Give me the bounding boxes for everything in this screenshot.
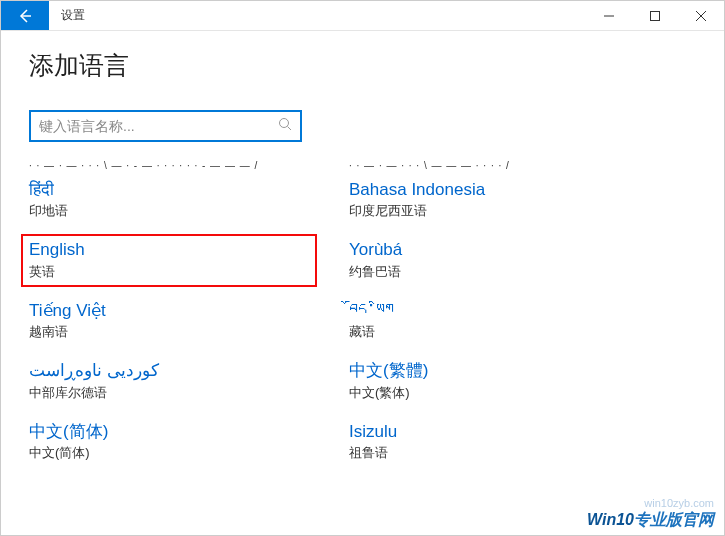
language-item[interactable]: کوردیی ناوەڕاست中部库尔德语	[29, 361, 309, 401]
language-native-name: བོད་ཡིག	[349, 301, 629, 321]
language-item[interactable]: བོད་ཡིག藏语	[349, 301, 629, 341]
search-input[interactable]	[39, 118, 278, 134]
window-title: 设置	[49, 1, 586, 30]
language-item[interactable]: हिंदी印地语	[29, 180, 309, 220]
language-grid: · · — · — · · · \ — · - — · · · · · · - …	[29, 160, 696, 482]
language-native-name: Tiếng Việt	[29, 301, 309, 321]
language-item[interactable]: Tiếng Việt越南语	[29, 301, 309, 341]
close-button[interactable]	[678, 1, 724, 30]
back-button[interactable]	[1, 1, 49, 30]
language-local-name: 越南语	[29, 323, 309, 341]
titlebar: 设置	[1, 1, 724, 31]
language-item[interactable]: Bahasa Indonesia印度尼西亚语	[349, 180, 629, 220]
truncated-row: · · — · — · · · \ — — — · · · · /	[349, 160, 629, 172]
language-native-name: کوردیی ناوەڕاست	[29, 361, 309, 381]
svg-rect-0	[651, 11, 660, 20]
language-item[interactable]: English英语	[21, 234, 317, 286]
language-local-name: 印地语	[29, 202, 309, 220]
language-column-right: · · — · — · · · \ — — — · · · · / Bahasa…	[349, 160, 629, 482]
watermark-url: win10zyb.com	[644, 497, 714, 509]
maximize-button[interactable]	[632, 1, 678, 30]
language-local-name: 印度尼西亚语	[349, 202, 629, 220]
minimize-icon	[604, 11, 614, 21]
search-icon	[278, 117, 292, 135]
language-native-name: 中文(繁體)	[349, 361, 629, 381]
language-local-name: 中部库尔德语	[29, 384, 309, 402]
search-box[interactable]	[29, 110, 302, 142]
language-local-name: 藏语	[349, 323, 629, 341]
language-native-name: हिंदी	[29, 180, 309, 200]
language-item[interactable]: Yorùbá约鲁巴语	[349, 240, 629, 280]
language-native-name: Isizulu	[349, 422, 629, 442]
language-item[interactable]: 中文(简体)中文(简体)	[29, 422, 309, 462]
maximize-icon	[650, 11, 660, 21]
language-local-name: 约鲁巴语	[349, 263, 629, 281]
brand-10: 10	[616, 511, 634, 528]
language-local-name: 英语	[29, 263, 309, 281]
brand-win: Win	[587, 511, 616, 528]
language-native-name: English	[29, 240, 309, 260]
brand-logo: Win10专业版官网	[587, 510, 714, 531]
svg-point-1	[280, 119, 289, 128]
language-local-name: 中文(简体)	[29, 444, 309, 462]
language-local-name: 祖鲁语	[349, 444, 629, 462]
language-local-name: 中文(繁体)	[349, 384, 629, 402]
language-native-name: Yorùbá	[349, 240, 629, 260]
language-native-name: Bahasa Indonesia	[349, 180, 629, 200]
window-controls	[586, 1, 724, 30]
language-column-left: · · — · — · · · \ — · - — · · · · · · - …	[29, 160, 309, 482]
language-item[interactable]: 中文(繁體)中文(繁体)	[349, 361, 629, 401]
close-icon	[696, 11, 706, 21]
brand-rest: 专业版官网	[634, 511, 714, 528]
content: 添加语言 · · — · — · · · \ — · - — · · · · ·…	[1, 31, 724, 482]
page-title: 添加语言	[29, 49, 696, 82]
arrow-left-icon	[17, 8, 33, 24]
minimize-button[interactable]	[586, 1, 632, 30]
language-item[interactable]: Isizulu祖鲁语	[349, 422, 629, 462]
language-native-name: 中文(简体)	[29, 422, 309, 442]
truncated-row: · · — · — · · · \ — · - — · · · · · · - …	[29, 160, 309, 172]
